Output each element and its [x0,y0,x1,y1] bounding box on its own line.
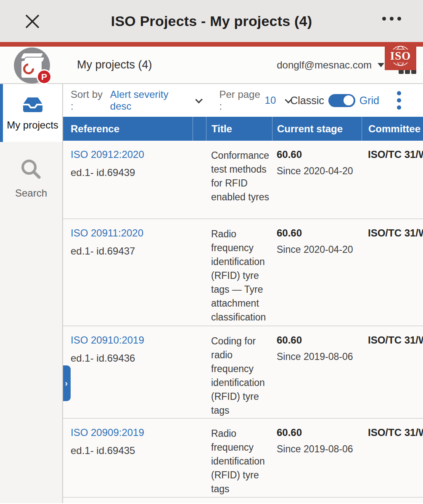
reference-cell: ISO 20912:2020 ed.1- id.69439 [63,149,193,218]
table-options-icon[interactable] [397,91,401,110]
search-icon [19,158,43,181]
view-toggle-group: Classic Grid [290,94,379,107]
close-icon[interactable] [24,13,41,30]
stage-cell: 60.60 Since 2019-08-06 [272,427,362,497]
chevron-down-icon [196,96,203,103]
column-header-current-stage[interactable]: Current stage [272,117,362,141]
table-header: Reference Title Current stage Committee [63,117,423,141]
stage-number: 60.60 [277,227,362,239]
more-options-icon[interactable] [382,17,401,21]
accent-divider [0,42,423,47]
reference-link[interactable]: ISO 20911:2020 [71,227,193,239]
projects-badge: P [37,69,52,84]
reference-cell: ISO 20909:2019 ed.1- id.69435 [63,427,193,497]
edition-id: ed.1- id.69439 [71,167,193,178]
toolbar: Sort by : Alert severity desc Per page :… [63,84,423,117]
committee-cell: ISO/TC 31/WG [362,334,423,418]
per-page-dropdown[interactable]: Per page : 10 [219,89,290,112]
stage-number: 60.60 [277,334,362,346]
sort-by-value: Alert severity desc [110,89,185,112]
title-cell: Coding for radio frequency identificatio… [206,334,272,418]
stage-cell: 60.60 Since 2019-08-06 [272,334,362,418]
inbox-icon [21,96,45,113]
iso-logo: ISO [385,42,416,70]
header-title: My projects (4) [77,58,152,71]
stage-since-date: Since 2020-04-20 [277,165,362,177]
stage-since-date: Since 2019-08-06 [277,444,362,455]
top-title-bar: ISO Projects - My projects (4) [0,0,423,42]
content-area: My projects Search Sort by : Alert sever… [0,84,423,503]
iso-logo-text: ISO [389,50,412,63]
iso-projects-window: ISO Projects - My projects (4) P My proj… [0,0,423,504]
chevron-down-icon [378,63,384,67]
edition-id: ed.1- id.69436 [71,352,193,364]
table-row[interactable]: ISO 20909:2019 ed.1- id.69435 Radio freq… [63,419,423,498]
committee-cell: ISO/TC 31/WG [362,149,423,218]
table-body: ISO 20912:2020 ed.1- id.69439 Conformanc… [63,141,423,498]
stage-since-date: Since 2019-08-06 [277,351,362,362]
stage-number: 60.60 [277,149,362,160]
sidebar-item-label: Search [15,187,47,199]
table-row[interactable]: ISO 20912:2020 ed.1- id.69439 Conformanc… [63,141,423,219]
main-panel: Sort by : Alert severity desc Per page :… [63,84,423,503]
spacer-cell [193,427,206,497]
committee-cell: ISO/TC 31/WG [362,427,423,497]
reference-cell: ISO 20910:2019 ed.1- id.69436 [63,334,193,418]
column-header-spacer [193,117,206,141]
slide-panel-handle[interactable]: › [63,365,71,401]
spacer-cell [193,227,206,326]
sidebar-item-search[interactable]: Search [0,142,62,207]
account-menu[interactable]: donglf@mesnac.com [277,59,384,71]
title-cell: Radio frequency identification (RFID) ty… [206,227,272,326]
app-header: P My projects (4) donglf@mesnac.com [0,47,423,84]
classic-view-label[interactable]: Classic [290,94,324,107]
reference-link[interactable]: ISO 20912:2020 [71,149,193,160]
grid-view-label[interactable]: Grid [360,94,379,107]
table-row[interactable]: ISO 20911:2020 ed.1- id.69437 Radio freq… [63,219,423,326]
stage-cell: 60.60 Since 2020-04-20 [272,227,362,326]
stage-number: 60.60 [277,427,362,438]
committee-cell: ISO/TC 31/WG [362,227,423,326]
title-cell: Conformance test methods for RFID enable… [206,149,272,218]
stage-since-date: Since 2020-04-20 [277,244,362,255]
per-page-label: Per page : [219,89,260,112]
column-header-committee[interactable]: Committee [362,117,423,141]
table-row[interactable]: ISO 20910:2019 ed.1- id.69436 Coding for… [63,326,423,419]
column-header-title[interactable]: Title [206,117,272,141]
edition-id: ed.1- id.69437 [71,245,193,257]
per-page-value: 10 [265,94,276,106]
stage-cell: 60.60 Since 2020-04-20 [272,149,362,218]
spacer-cell [193,149,206,218]
reference-link[interactable]: ISO 20910:2019 [71,334,193,346]
sort-by-label: Sort by : [71,89,105,112]
reference-link[interactable]: ISO 20909:2019 [71,427,193,438]
title-cell: Radio frequency identification (RFID) ty… [206,427,272,497]
app-logo-icon: P [14,47,50,84]
next-row-partial [63,498,423,503]
sidebar: My projects Search [0,84,63,503]
view-toggle-switch[interactable] [328,94,355,107]
spacer-cell [193,334,206,418]
reference-cell: ISO 20911:2020 ed.1- id.69437 [63,227,193,326]
column-header-reference[interactable]: Reference [63,117,193,141]
sidebar-item-label: My projects [7,119,58,131]
sort-by-dropdown[interactable]: Sort by : Alert severity desc [71,89,201,112]
account-email: donglf@mesnac.com [277,59,372,71]
edition-id: ed.1- id.69435 [71,445,193,457]
page-title: ISO Projects - My projects (4) [0,13,423,29]
sidebar-item-my-projects[interactable]: My projects [0,84,62,142]
